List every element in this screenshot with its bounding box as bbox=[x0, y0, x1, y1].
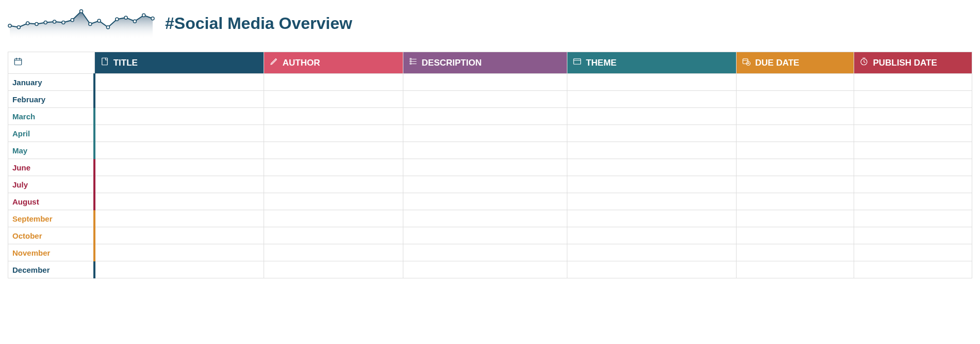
cell-publish_date[interactable] bbox=[854, 125, 972, 142]
cell-author[interactable] bbox=[264, 74, 403, 91]
cell-theme[interactable] bbox=[567, 244, 736, 261]
cell-description[interactable] bbox=[403, 210, 567, 227]
cell-title[interactable] bbox=[94, 193, 264, 210]
cell-publish_date[interactable] bbox=[854, 176, 972, 193]
cell-due_date[interactable] bbox=[737, 159, 854, 176]
cell-description[interactable] bbox=[403, 125, 567, 142]
cell-publish_date[interactable] bbox=[854, 108, 972, 125]
cell-publish_date[interactable] bbox=[854, 210, 972, 227]
cell-description[interactable] bbox=[403, 74, 567, 91]
column-header-due_date: DUE DATE bbox=[737, 52, 854, 74]
cell-author[interactable] bbox=[264, 227, 403, 244]
cell-author[interactable] bbox=[264, 261, 403, 278]
cell-description[interactable] bbox=[403, 159, 567, 176]
cell-publish_date[interactable] bbox=[854, 142, 972, 159]
svg-point-20 bbox=[26, 22, 29, 25]
cell-author[interactable] bbox=[264, 176, 403, 193]
cell-description[interactable] bbox=[403, 227, 567, 244]
cell-theme[interactable] bbox=[567, 193, 736, 210]
cell-due_date[interactable] bbox=[737, 108, 854, 125]
calendar-icon bbox=[13, 57, 24, 69]
svg-point-31 bbox=[124, 16, 127, 19]
cell-theme[interactable] bbox=[567, 176, 736, 193]
cell-description[interactable] bbox=[403, 244, 567, 261]
cell-description[interactable] bbox=[403, 193, 567, 210]
table-row: May bbox=[8, 142, 972, 159]
cell-publish_date[interactable] bbox=[854, 91, 972, 108]
cell-title[interactable] bbox=[94, 159, 264, 176]
cell-due_date[interactable] bbox=[737, 210, 854, 227]
cell-author[interactable] bbox=[264, 193, 403, 210]
svg-rect-39 bbox=[102, 58, 107, 65]
cell-title[interactable] bbox=[94, 227, 264, 244]
cell-theme[interactable] bbox=[567, 159, 736, 176]
column-label: PUBLISH DATE bbox=[873, 58, 937, 68]
cell-author[interactable] bbox=[264, 244, 403, 261]
column-label: AUTHOR bbox=[283, 58, 320, 68]
cell-theme[interactable] bbox=[567, 91, 736, 108]
cell-description[interactable] bbox=[403, 142, 567, 159]
cell-title[interactable] bbox=[94, 74, 264, 91]
table-row: January bbox=[8, 74, 972, 91]
svg-point-30 bbox=[116, 18, 119, 21]
svg-point-27 bbox=[89, 23, 92, 26]
note-icon bbox=[100, 57, 110, 69]
cell-publish_date[interactable] bbox=[854, 244, 972, 261]
cell-due_date[interactable] bbox=[737, 176, 854, 193]
cell-due_date[interactable] bbox=[737, 261, 854, 278]
svg-point-28 bbox=[97, 19, 101, 22]
svg-marker-17 bbox=[10, 11, 153, 39]
cell-title[interactable] bbox=[94, 125, 264, 142]
cell-title[interactable] bbox=[94, 176, 264, 193]
svg-point-22 bbox=[44, 21, 47, 24]
cell-theme[interactable] bbox=[567, 210, 736, 227]
cell-due_date[interactable] bbox=[737, 244, 854, 261]
cell-due_date[interactable] bbox=[737, 142, 854, 159]
cell-due_date[interactable] bbox=[737, 193, 854, 210]
svg-rect-43 bbox=[410, 58, 411, 59]
page-title: #Social Media Overview bbox=[165, 14, 352, 33]
cell-title[interactable] bbox=[94, 142, 264, 159]
cell-title[interactable] bbox=[94, 108, 264, 125]
cell-author[interactable] bbox=[264, 91, 403, 108]
svg-point-24 bbox=[62, 21, 65, 24]
svg-rect-48 bbox=[743, 59, 748, 64]
cell-title[interactable] bbox=[94, 261, 264, 278]
cell-title[interactable] bbox=[94, 91, 264, 108]
cell-due_date[interactable] bbox=[737, 125, 854, 142]
cell-theme[interactable] bbox=[567, 227, 736, 244]
cell-due_date[interactable] bbox=[737, 227, 854, 244]
cell-author[interactable] bbox=[264, 159, 403, 176]
cell-due_date[interactable] bbox=[737, 74, 854, 91]
cell-publish_date[interactable] bbox=[854, 159, 972, 176]
column-header-publish_date: PUBLISH DATE bbox=[854, 52, 972, 74]
cell-author[interactable] bbox=[264, 142, 403, 159]
cell-theme[interactable] bbox=[567, 125, 736, 142]
cell-description[interactable] bbox=[403, 261, 567, 278]
cell-theme[interactable] bbox=[567, 108, 736, 125]
cell-publish_date[interactable] bbox=[854, 227, 972, 244]
cell-theme[interactable] bbox=[567, 74, 736, 91]
content-calendar-table: MONTHTITLEAUTHORDESCRIPTIONTHEMEDUE DATE… bbox=[8, 52, 972, 278]
cell-publish_date[interactable] bbox=[854, 261, 972, 278]
svg-point-21 bbox=[35, 23, 38, 26]
cell-author[interactable] bbox=[264, 108, 403, 125]
cell-title[interactable] bbox=[94, 210, 264, 227]
svg-point-23 bbox=[53, 20, 56, 23]
svg-rect-44 bbox=[410, 61, 411, 62]
cell-description[interactable] bbox=[403, 176, 567, 193]
table-row: July bbox=[8, 176, 972, 193]
cell-title[interactable] bbox=[94, 244, 264, 261]
cell-author[interactable] bbox=[264, 210, 403, 227]
svg-point-34 bbox=[151, 17, 154, 20]
cell-theme[interactable] bbox=[567, 261, 736, 278]
cell-publish_date[interactable] bbox=[854, 74, 972, 91]
cell-theme[interactable] bbox=[567, 142, 736, 159]
cell-description[interactable] bbox=[403, 91, 567, 108]
month-cell: September bbox=[8, 210, 95, 227]
sparkline-chart bbox=[8, 5, 155, 41]
cell-author[interactable] bbox=[264, 125, 403, 142]
cell-publish_date[interactable] bbox=[854, 193, 972, 210]
cell-due_date[interactable] bbox=[737, 91, 854, 108]
cell-description[interactable] bbox=[403, 108, 567, 125]
